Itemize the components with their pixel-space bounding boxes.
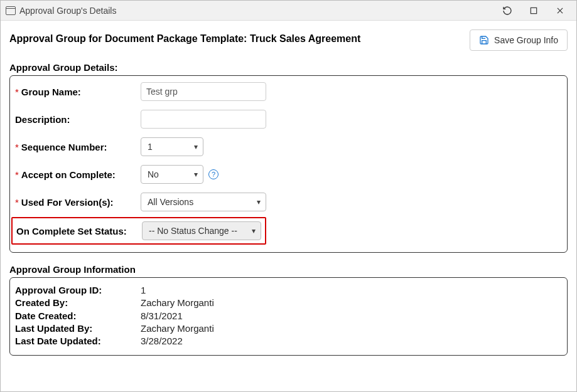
info-row-updated-by: Last Updated By: Zachary Morganti bbox=[15, 322, 562, 335]
save-icon bbox=[479, 35, 489, 45]
versions-row: * Used For Version(s): All Versions bbox=[15, 193, 562, 211]
required-marker: * bbox=[15, 142, 19, 152]
group-name-input[interactable] bbox=[141, 82, 266, 101]
help-icon[interactable]: ? bbox=[208, 169, 218, 179]
info-row-id: Approval Group ID: 1 bbox=[15, 284, 562, 297]
info-row-created-by: Created By: Zachary Morganti bbox=[15, 297, 562, 309]
accept-label: * Accept on Complete: bbox=[15, 169, 141, 180]
window-titlebar: Approval Group's Details bbox=[1, 1, 576, 21]
description-input[interactable] bbox=[141, 110, 266, 129]
info-updated-by-label: Last Updated By: bbox=[15, 322, 141, 335]
refresh-button[interactable] bbox=[496, 2, 519, 19]
window-icon bbox=[6, 6, 16, 15]
status-label: On Complete Set Status: bbox=[16, 226, 142, 236]
info-date-created-value: 8/31/2021 bbox=[141, 310, 183, 322]
description-label: Description: bbox=[15, 114, 141, 125]
page-title: Approval Group for Document Package Temp… bbox=[9, 29, 360, 45]
maximize-button[interactable] bbox=[522, 2, 545, 19]
close-button[interactable] bbox=[549, 2, 571, 19]
group-name-row: * Group Name: bbox=[15, 82, 562, 101]
info-updated-by-value: Zachary Morganti bbox=[141, 322, 214, 335]
window-title: Approval Group's Details bbox=[19, 6, 116, 16]
status-row-highlighted: On Complete Set Status: -- No Status Cha… bbox=[11, 217, 266, 245]
versions-select[interactable]: All Versions bbox=[141, 193, 266, 211]
content-area: Approval Group for Document Package Temp… bbox=[1, 21, 576, 391]
refresh-icon bbox=[502, 6, 512, 16]
info-panel: Approval Group ID: 1 Created By: Zachary… bbox=[9, 277, 568, 356]
sequence-label: * Sequence Number: bbox=[15, 142, 141, 152]
accept-select[interactable]: No bbox=[141, 165, 203, 184]
required-marker: * bbox=[15, 169, 19, 180]
header-row: Approval Group for Document Package Temp… bbox=[9, 29, 568, 51]
status-select[interactable]: -- No Status Change -- bbox=[142, 221, 261, 240]
maximize-icon bbox=[529, 6, 538, 15]
accept-row: * Accept on Complete: No ? bbox=[15, 165, 562, 184]
info-id-value: 1 bbox=[141, 284, 146, 297]
app-window: Approval Group's Details Approval Group … bbox=[0, 0, 577, 392]
save-group-info-button[interactable]: Save Group Info bbox=[470, 29, 568, 51]
required-marker: * bbox=[15, 197, 19, 208]
info-updated-date-label: Last Date Updated: bbox=[15, 335, 141, 347]
save-button-label: Save Group Info bbox=[494, 35, 558, 45]
info-row-date-created: Date Created: 8/31/2021 bbox=[15, 310, 562, 322]
info-id-label: Approval Group ID: bbox=[15, 284, 141, 297]
svg-rect-0 bbox=[531, 8, 536, 13]
required-marker: * bbox=[15, 87, 19, 97]
sequence-row: * Sequence Number: 1 bbox=[15, 137, 562, 156]
info-created-by-value: Zachary Morganti bbox=[141, 297, 214, 309]
info-date-created-label: Date Created: bbox=[15, 310, 141, 322]
close-icon bbox=[556, 6, 564, 15]
info-heading: Approval Group Information bbox=[9, 264, 568, 275]
info-updated-date-value: 3/28/2022 bbox=[141, 335, 183, 347]
info-created-by-label: Created By: bbox=[15, 297, 141, 309]
sequence-select[interactable]: 1 bbox=[141, 137, 203, 156]
details-heading: Approval Group Details: bbox=[9, 62, 568, 73]
description-row: Description: bbox=[15, 110, 562, 129]
details-panel: * Group Name: Description: * Sequence Nu… bbox=[9, 75, 568, 253]
versions-label: * Used For Version(s): bbox=[15, 197, 141, 208]
info-row-updated-date: Last Date Updated: 3/28/2022 bbox=[15, 335, 562, 347]
group-name-label: * Group Name: bbox=[15, 87, 141, 97]
